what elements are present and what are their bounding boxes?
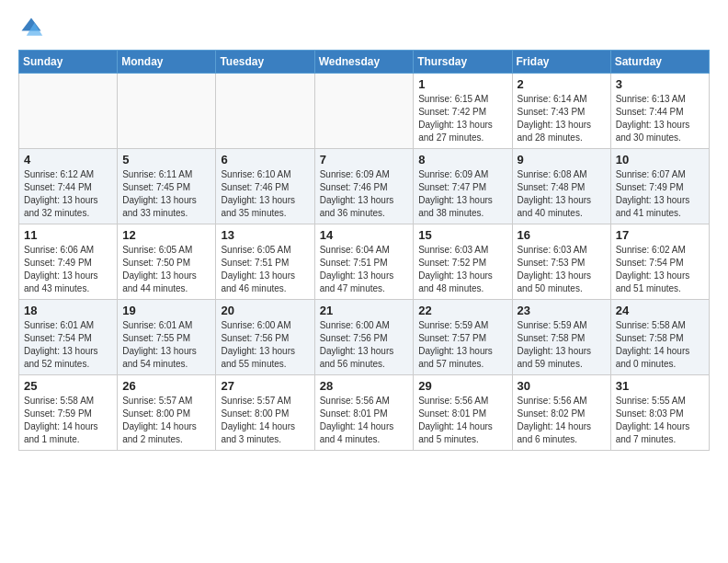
calendar-cell: 26Sunrise: 5:57 AM Sunset: 8:00 PM Dayli… xyxy=(118,375,216,451)
calendar-cell: 21Sunrise: 6:00 AM Sunset: 7:56 PM Dayli… xyxy=(314,300,414,375)
day-detail: Sunrise: 6:12 AM Sunset: 7:44 PM Dayligh… xyxy=(24,168,112,220)
day-detail: Sunrise: 6:10 AM Sunset: 7:46 PM Dayligh… xyxy=(221,168,309,220)
calendar-cell: 10Sunrise: 6:07 AM Sunset: 7:49 PM Dayli… xyxy=(610,149,709,224)
day-number: 13 xyxy=(221,228,309,242)
day-detail: Sunrise: 6:00 AM Sunset: 7:56 PM Dayligh… xyxy=(221,319,309,371)
day-number: 26 xyxy=(122,379,210,393)
day-detail: Sunrise: 6:13 AM Sunset: 7:44 PM Dayligh… xyxy=(616,93,704,144)
logo-icon xyxy=(18,15,44,40)
calendar-cell: 14Sunrise: 6:04 AM Sunset: 7:51 PM Dayli… xyxy=(314,224,414,300)
calendar-cell: 31Sunrise: 5:55 AM Sunset: 8:03 PM Dayli… xyxy=(610,375,709,451)
day-detail: Sunrise: 5:57 AM Sunset: 8:00 PM Dayligh… xyxy=(122,395,210,446)
day-number: 3 xyxy=(616,77,704,91)
calendar-row-2: 11Sunrise: 6:06 AM Sunset: 7:49 PM Dayli… xyxy=(19,224,710,300)
day-detail: Sunrise: 6:08 AM Sunset: 7:48 PM Dayligh… xyxy=(518,168,606,220)
day-number: 30 xyxy=(518,379,606,393)
day-number: 8 xyxy=(418,153,506,167)
calendar-cell: 6Sunrise: 6:10 AM Sunset: 7:46 PM Daylig… xyxy=(216,149,314,224)
day-detail: Sunrise: 5:58 AM Sunset: 7:58 PM Dayligh… xyxy=(616,319,704,371)
day-detail: Sunrise: 6:05 AM Sunset: 7:51 PM Dayligh… xyxy=(221,244,309,295)
day-number: 16 xyxy=(518,228,606,242)
weekday-header-wednesday: Wednesday xyxy=(314,51,414,74)
calendar-cell: 1Sunrise: 6:15 AM Sunset: 7:42 PM Daylig… xyxy=(414,74,512,149)
day-number: 20 xyxy=(221,304,309,317)
day-number: 21 xyxy=(320,304,409,317)
calendar-cell: 30Sunrise: 5:56 AM Sunset: 8:02 PM Dayli… xyxy=(512,375,610,451)
weekday-header-sunday: Sunday xyxy=(19,51,118,74)
day-detail: Sunrise: 6:05 AM Sunset: 7:50 PM Dayligh… xyxy=(122,244,210,295)
day-number: 15 xyxy=(418,228,506,242)
day-detail: Sunrise: 6:15 AM Sunset: 7:42 PM Dayligh… xyxy=(418,93,506,144)
day-detail: Sunrise: 5:58 AM Sunset: 7:59 PM Dayligh… xyxy=(24,395,112,446)
day-number: 10 xyxy=(616,153,704,167)
calendar-cell: 16Sunrise: 6:03 AM Sunset: 7:53 PM Dayli… xyxy=(512,224,610,300)
day-detail: Sunrise: 6:03 AM Sunset: 7:52 PM Dayligh… xyxy=(418,244,506,295)
weekday-header-thursday: Thursday xyxy=(414,51,512,74)
day-number: 28 xyxy=(320,379,409,393)
day-detail: Sunrise: 5:56 AM Sunset: 8:01 PM Dayligh… xyxy=(418,395,506,446)
day-number: 6 xyxy=(221,153,309,167)
calendar-cell: 12Sunrise: 6:05 AM Sunset: 7:50 PM Dayli… xyxy=(118,224,216,300)
day-number: 12 xyxy=(122,228,210,242)
calendar-cell: 5Sunrise: 6:11 AM Sunset: 7:45 PM Daylig… xyxy=(118,149,216,224)
day-number: 22 xyxy=(418,304,506,317)
day-number: 2 xyxy=(518,77,606,91)
day-detail: Sunrise: 6:06 AM Sunset: 7:49 PM Dayligh… xyxy=(24,244,112,295)
day-detail: Sunrise: 5:55 AM Sunset: 8:03 PM Dayligh… xyxy=(616,395,704,446)
weekday-header-monday: Monday xyxy=(118,51,216,74)
weekday-header-saturday: Saturday xyxy=(610,51,709,74)
calendar-cell: 9Sunrise: 6:08 AM Sunset: 7:48 PM Daylig… xyxy=(512,149,610,224)
calendar-row-1: 4Sunrise: 6:12 AM Sunset: 7:44 PM Daylig… xyxy=(19,149,710,224)
page: SundayMondayTuesdayWednesdayThursdayFrid… xyxy=(0,0,728,465)
calendar-cell: 29Sunrise: 5:56 AM Sunset: 8:01 PM Dayli… xyxy=(414,375,512,451)
logo xyxy=(18,15,48,40)
calendar-cell: 7Sunrise: 6:09 AM Sunset: 7:46 PM Daylig… xyxy=(314,149,414,224)
calendar-cell: 28Sunrise: 5:56 AM Sunset: 8:01 PM Dayli… xyxy=(314,375,414,451)
day-number: 23 xyxy=(518,304,606,317)
day-detail: Sunrise: 6:00 AM Sunset: 7:56 PM Dayligh… xyxy=(320,319,409,371)
day-number: 31 xyxy=(616,379,704,393)
day-detail: Sunrise: 6:04 AM Sunset: 7:51 PM Dayligh… xyxy=(320,244,409,295)
calendar-cell: 27Sunrise: 5:57 AM Sunset: 8:00 PM Dayli… xyxy=(216,375,314,451)
calendar-cell: 25Sunrise: 5:58 AM Sunset: 7:59 PM Dayli… xyxy=(19,375,118,451)
day-number: 14 xyxy=(320,228,409,242)
calendar-cell: 18Sunrise: 6:01 AM Sunset: 7:54 PM Dayli… xyxy=(19,300,118,375)
day-number: 18 xyxy=(24,304,112,317)
day-detail: Sunrise: 5:56 AM Sunset: 8:02 PM Dayligh… xyxy=(518,395,606,446)
day-detail: Sunrise: 5:56 AM Sunset: 8:01 PM Dayligh… xyxy=(320,395,409,446)
weekday-header-row: SundayMondayTuesdayWednesdayThursdayFrid… xyxy=(19,51,710,74)
day-detail: Sunrise: 6:07 AM Sunset: 7:49 PM Dayligh… xyxy=(616,168,704,220)
calendar-cell: 17Sunrise: 6:02 AM Sunset: 7:54 PM Dayli… xyxy=(610,224,709,300)
day-number: 27 xyxy=(221,379,309,393)
calendar-cell: 11Sunrise: 6:06 AM Sunset: 7:49 PM Dayli… xyxy=(19,224,118,300)
day-number: 4 xyxy=(24,153,112,167)
day-detail: Sunrise: 6:09 AM Sunset: 7:46 PM Dayligh… xyxy=(320,168,409,220)
calendar-cell: 19Sunrise: 6:01 AM Sunset: 7:55 PM Dayli… xyxy=(118,300,216,375)
weekday-header-friday: Friday xyxy=(512,51,610,74)
calendar-cell: 20Sunrise: 6:00 AM Sunset: 7:56 PM Dayli… xyxy=(216,300,314,375)
calendar-cell xyxy=(19,74,118,149)
header xyxy=(18,15,710,40)
calendar-cell: 23Sunrise: 5:59 AM Sunset: 7:58 PM Dayli… xyxy=(512,300,610,375)
day-detail: Sunrise: 6:09 AM Sunset: 7:47 PM Dayligh… xyxy=(418,168,506,220)
day-number: 29 xyxy=(418,379,506,393)
day-detail: Sunrise: 5:59 AM Sunset: 7:58 PM Dayligh… xyxy=(518,319,606,371)
day-detail: Sunrise: 5:57 AM Sunset: 8:00 PM Dayligh… xyxy=(221,395,309,446)
day-number: 25 xyxy=(24,379,112,393)
calendar-cell: 8Sunrise: 6:09 AM Sunset: 7:47 PM Daylig… xyxy=(414,149,512,224)
calendar-cell: 13Sunrise: 6:05 AM Sunset: 7:51 PM Dayli… xyxy=(216,224,314,300)
weekday-header-tuesday: Tuesday xyxy=(216,51,314,74)
calendar-cell: 3Sunrise: 6:13 AM Sunset: 7:44 PM Daylig… xyxy=(610,74,709,149)
day-number: 11 xyxy=(24,228,112,242)
calendar-cell: 15Sunrise: 6:03 AM Sunset: 7:52 PM Dayli… xyxy=(414,224,512,300)
calendar: SundayMondayTuesdayWednesdayThursdayFrid… xyxy=(18,50,710,451)
day-detail: Sunrise: 6:01 AM Sunset: 7:55 PM Dayligh… xyxy=(122,319,210,371)
calendar-row-0: 1Sunrise: 6:15 AM Sunset: 7:42 PM Daylig… xyxy=(19,74,710,149)
calendar-row-4: 25Sunrise: 5:58 AM Sunset: 7:59 PM Dayli… xyxy=(19,375,710,451)
day-number: 1 xyxy=(418,77,506,91)
calendar-cell: 2Sunrise: 6:14 AM Sunset: 7:43 PM Daylig… xyxy=(512,74,610,149)
calendar-cell: 24Sunrise: 5:58 AM Sunset: 7:58 PM Dayli… xyxy=(610,300,709,375)
day-detail: Sunrise: 5:59 AM Sunset: 7:57 PM Dayligh… xyxy=(418,319,506,371)
calendar-cell xyxy=(314,74,414,149)
day-number: 9 xyxy=(518,153,606,167)
